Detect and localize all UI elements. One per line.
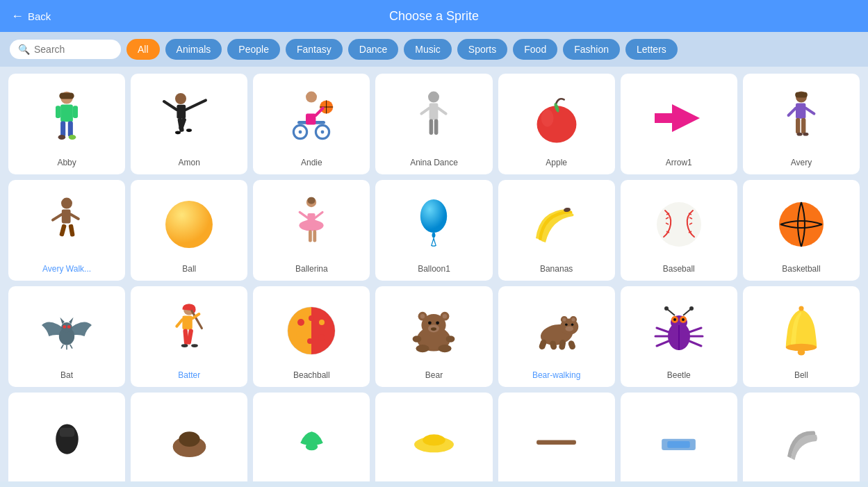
svg-point-122: [565, 323, 568, 326]
sprite-label-andie: Andie: [301, 158, 322, 167]
svg-point-7: [69, 135, 76, 140]
svg-point-46: [803, 132, 808, 135]
filter-dance[interactable]: Dance: [348, 39, 398, 60]
sprite-card-bear[interactable]: Bear: [375, 286, 492, 387]
sprite-card-bell[interactable]: Bell: [743, 286, 860, 387]
filter-bar: 🔍 All Animals People Fantasy Dance Music…: [0, 32, 868, 67]
sprite-card-bananas[interactable]: Bananas: [498, 180, 615, 281]
sprite-label-baseball: Baseball: [663, 264, 695, 274]
svg-line-83: [70, 345, 72, 349]
svg-point-9: [175, 93, 186, 104]
svg-point-105: [420, 314, 425, 318]
filter-food[interactable]: Food: [513, 39, 557, 60]
sprite-label-arrow1: Arrow1: [666, 158, 692, 167]
filter-music[interactable]: Music: [404, 39, 452, 60]
svg-line-59: [316, 212, 322, 217]
sprite-label-basketball: Basketball: [782, 264, 820, 274]
svg-point-6: [58, 135, 66, 140]
sprite-card-amon[interactable]: Amon: [131, 74, 247, 174]
svg-marker-77: [60, 317, 64, 324]
svg-line-44: [805, 108, 814, 113]
page-title: Choose a Sprite: [389, 9, 479, 24]
svg-point-109: [436, 321, 440, 324]
sprite-label-anina-dance: Anina Dance: [410, 158, 458, 167]
svg-point-108: [428, 321, 432, 324]
sprite-label-balloon1: Balloon1: [418, 264, 450, 274]
search-input[interactable]: [34, 44, 110, 55]
svg-point-92: [191, 344, 198, 347]
svg-line-33: [439, 108, 446, 113]
svg-rect-2: [56, 106, 60, 118]
filter-sports[interactable]: Sports: [457, 39, 507, 60]
sprite-card-batter[interactable]: Batter: [131, 286, 247, 387]
svg-marker-78: [69, 317, 73, 324]
filter-fashion[interactable]: Fashion: [563, 39, 620, 60]
sprite-card-balloon1[interactable]: Balloon1: [375, 180, 492, 281]
sprite-card-partial-2[interactable]: [131, 393, 247, 481]
svg-point-95: [309, 315, 314, 321]
sprite-card-partial-3[interactable]: [253, 393, 370, 481]
sprite-card-partial-5[interactable]: [498, 393, 615, 481]
svg-point-152: [306, 443, 318, 451]
filter-animals[interactable]: Animals: [165, 39, 222, 60]
back-button[interactable]: ← Back: [11, 9, 51, 24]
svg-point-63: [420, 199, 447, 233]
sprite-card-partial-4[interactable]: [375, 393, 492, 481]
sprite-card-ballerina[interactable]: Ballerina: [253, 180, 370, 281]
svg-point-151: [179, 431, 199, 447]
sprite-card-avery[interactable]: Avery: [743, 74, 860, 174]
svg-point-97: [296, 331, 302, 337]
sprite-card-abby[interactable]: Abby: [8, 74, 125, 174]
svg-point-147: [798, 349, 805, 355]
svg-point-120: [571, 317, 575, 321]
sprite-card-partial-7[interactable]: [743, 393, 860, 481]
sprite-label-bananas: Bananas: [540, 264, 573, 274]
filter-people[interactable]: People: [227, 39, 280, 60]
sprite-card-apple[interactable]: Apple: [498, 74, 615, 174]
sprite-card-bear-walking[interactable]: Bear-walking: [498, 286, 615, 387]
sprite-card-avery-walk[interactable]: Avery Walk...: [8, 180, 125, 281]
svg-point-16: [186, 129, 192, 132]
sprite-card-ball[interactable]: Ball: [131, 180, 247, 281]
svg-rect-50: [59, 224, 67, 237]
sprite-card-beetle[interactable]: Beetle: [621, 286, 737, 387]
svg-line-138: [657, 328, 669, 332]
sprite-card-basketball[interactable]: Basketball: [743, 180, 860, 281]
sprite-grid-area: Abby Amon: [0, 67, 868, 481]
svg-point-106: [443, 314, 447, 318]
svg-point-48: [61, 197, 72, 208]
sprite-label-avery: Avery: [791, 158, 812, 167]
filter-all[interactable]: All: [126, 39, 160, 60]
sprite-label-avery-walk: Avery Walk...: [42, 264, 91, 274]
sprite-label-ballerina: Ballerina: [295, 264, 328, 274]
back-label: Back: [28, 10, 51, 22]
svg-point-28: [428, 91, 439, 102]
filter-letters[interactable]: Letters: [625, 39, 678, 60]
filter-fantasy[interactable]: Fantasy: [286, 39, 343, 60]
svg-point-94: [297, 319, 304, 326]
search-box: 🔍: [10, 40, 121, 59]
svg-point-79: [63, 325, 66, 329]
sprite-card-arrow1[interactable]: Arrow1: [621, 74, 737, 174]
svg-rect-5: [68, 121, 73, 136]
sprite-card-beachball[interactable]: Beachball: [253, 286, 370, 387]
svg-point-121: [565, 326, 573, 331]
svg-point-96: [319, 320, 325, 325]
svg-line-143: [689, 341, 701, 346]
sprite-card-bat[interactable]: Bat: [8, 286, 125, 387]
svg-line-43: [789, 108, 796, 115]
sprite-card-baseball[interactable]: Baseball: [621, 180, 737, 281]
svg-rect-47: [795, 92, 808, 97]
svg-point-15: [175, 131, 181, 134]
svg-point-74: [779, 202, 824, 247]
svg-line-140: [657, 341, 669, 346]
svg-rect-155: [537, 440, 576, 445]
svg-point-111: [416, 345, 429, 352]
sprite-card-andie[interactable]: Andie: [253, 74, 370, 174]
svg-point-133: [682, 318, 685, 321]
sprite-card-partial-1[interactable]: [8, 393, 125, 481]
svg-line-12: [186, 100, 206, 110]
sprite-card-partial-6[interactable]: [621, 393, 737, 481]
svg-point-123: [571, 323, 573, 326]
sprite-card-anina-dance[interactable]: Anina Dance: [375, 74, 492, 174]
